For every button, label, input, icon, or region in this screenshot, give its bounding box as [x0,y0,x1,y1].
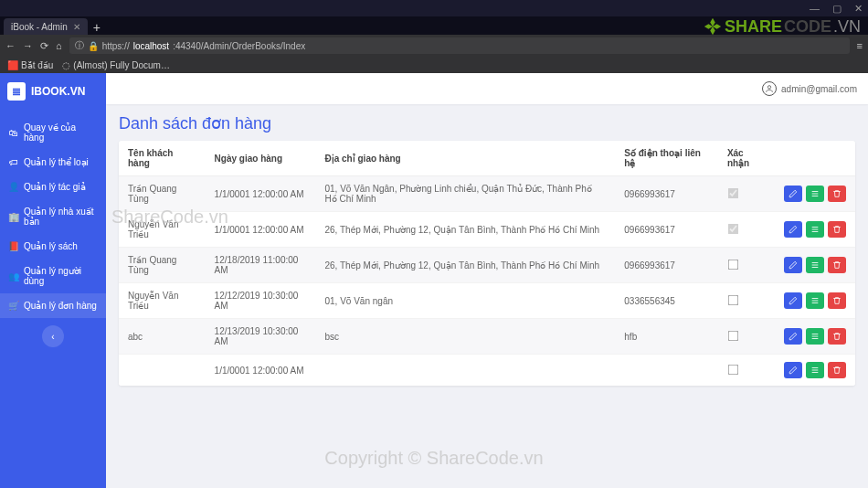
bookmark-item[interactable]: 🟥 Bắt đầu [7,60,53,70]
cell-address: 01, Võ Văn Ngân, Phường Linh chiểu, Quận… [316,176,616,212]
sidebar-nav: 🛍 Quay về của hàng 🏷 Quản lý thể loại 👤 … [0,115,106,318]
bookmark-item[interactable]: ◌ (Almost) Fully Docum… [62,60,170,70]
brand-logo-icon: ≣ [7,82,26,101]
edit-button[interactable] [784,186,802,202]
sidebar-collapse-button[interactable]: ‹ [42,325,64,347]
confirm-checkbox [728,223,739,234]
cell-phone: 0966993617 [615,248,718,283]
cell-customer: Trần Quang Tùng [119,248,206,283]
cell-phone: 0336556345 [615,283,718,319]
edit-button[interactable] [784,362,802,378]
sidebar-item-categories[interactable]: 🏷 Quản lý thể loại [0,150,106,175]
new-tab-button[interactable]: + [88,20,106,35]
sidebar-item-back-to-shop[interactable]: 🛍 Quay về của hàng [0,115,106,150]
confirm-checkbox[interactable] [728,259,739,270]
edit-button[interactable] [784,328,802,345]
cell-address: 26, Thép Mới, Phường 12, Quận Tân Bình, … [316,212,616,248]
bookmark-icon: ◌ [62,60,70,70]
avatar [762,81,777,96]
window-close-icon[interactable]: ✕ [854,3,863,15]
cell-date: 12/12/2019 10:30:00 AM [206,283,316,319]
browser-tabbar: iBook - Admin ✕ + [0,16,868,35]
url-path: :44340/Admin/OrderBooks/Index [173,41,305,51]
col-date: Ngày giao hàng [206,141,316,176]
delete-button[interactable] [828,186,846,202]
cell-phone: 0966993617 [615,212,718,248]
cell-address: bsc [316,319,616,355]
delete-button[interactable] [828,328,846,345]
delete-button[interactable] [828,257,846,273]
book-icon: 📕 [9,242,18,251]
tab-close-icon[interactable]: ✕ [73,22,80,32]
sidebar-item-publishers[interactable]: 🏢 Quản lý nhà xuất bản [0,199,106,234]
delete-button[interactable] [828,292,846,309]
detail-button[interactable] [806,292,824,309]
sidebar-item-books[interactable]: 📕 Quản lý sách [0,234,106,259]
cell-confirm [718,248,775,283]
cell-address [316,355,616,387]
sidebar-item-authors[interactable]: 👤 Quản lý tác giả [0,175,106,199]
url-host: localhost [133,41,169,51]
detail-button[interactable] [806,328,824,345]
delete-button[interactable] [828,221,846,238]
cell-confirm [718,176,775,212]
chevron-left-icon: ‹ [51,332,54,342]
cell-confirm [718,319,775,355]
topbar: admin@gmail.com [106,73,868,104]
sidebar-item-label: Quản lý đơn hàng [24,301,97,311]
reload-icon[interactable]: ⟳ [40,40,48,52]
confirm-checkbox[interactable] [728,294,739,305]
table-row: Nguyễn Văn Triều 12/12/2019 10:30:00 AM … [119,283,855,319]
window-titlebar: ― ▢ ✕ [0,0,868,16]
sidebar-item-label: Quay về của hàng [24,122,97,143]
cell-address: 01, Võ Văn ngân [316,283,616,319]
users-icon: 👥 [9,271,18,281]
orders-table: Tên khách hàng Ngày giao hàng Địa chỉ gi… [119,141,855,386]
cell-date: 12/13/2019 10:30:00 AM [206,319,316,355]
brand-logo[interactable]: ≣ IBOOK.VN [0,73,106,110]
forward-icon[interactable]: → [23,40,33,51]
bookmarks-bar: 🟥 Bắt đầu ◌ (Almost) Fully Docum… [0,57,868,73]
sidebar-item-label: Quản lý sách [24,241,78,251]
detail-button[interactable] [806,257,824,273]
detail-button[interactable] [806,362,824,378]
detail-button[interactable] [806,186,824,202]
cell-confirm [718,212,775,248]
detail-button[interactable] [806,221,824,238]
home-icon[interactable]: ⌂ [56,40,62,51]
cell-date: 1/1/0001 12:00:00 AM [206,176,316,212]
delete-button[interactable] [828,362,846,378]
table-row: Trần Quang Tùng 12/18/2019 11:00:00 AM 2… [119,248,855,283]
confirm-checkbox[interactable] [728,330,739,341]
table-row: Trần Quang Tùng 1/1/0001 12:00:00 AM 01,… [119,176,855,212]
cell-date: 1/1/0001 12:00:00 AM [206,212,316,248]
user-icon: 👤 [9,183,18,192]
sidebar-item-users[interactable]: 👥 Quản lý người dùng [0,259,106,293]
back-icon[interactable]: ← [5,40,16,51]
url-scheme: https:// [102,41,130,51]
window-maximize-icon[interactable]: ▢ [832,3,842,15]
cell-date: 1/1/0001 12:00:00 AM [206,355,316,387]
confirm-checkbox[interactable] [728,364,739,375]
table-row: 1/1/0001 12:00:00 AM [119,355,855,387]
cell-customer: Trần Quang Tùng [119,176,206,212]
sidebar-item-label: Quản lý người dùng [24,266,97,286]
menu-icon[interactable]: ≡ [857,40,863,51]
sidebar-item-label: Quản lý thể loại [24,157,89,167]
user-menu[interactable]: admin@gmail.com [762,81,857,96]
browser-tab[interactable]: iBook - Admin ✕ [4,18,88,35]
user-email: admin@gmail.com [781,84,857,94]
building-icon: 🏢 [9,212,18,221]
sidebar-item-orders[interactable]: 🛒 Quản lý đơn hàng [0,293,106,318]
edit-button[interactable] [784,292,802,309]
address-bar[interactable]: ⓘ 🔒 https://localhost:44340/Admin/OrderB… [69,37,850,54]
cell-customer: Nguyễn Văn Triều [119,283,206,319]
confirm-checkbox [728,187,739,198]
window-minimize-icon[interactable]: ― [810,3,820,15]
cell-confirm [718,283,775,319]
edit-button[interactable] [784,257,802,273]
sidebar-item-label: Quản lý tác giả [24,182,86,192]
col-phone: Số điện thoại liên hệ [615,141,718,176]
edit-button[interactable] [784,221,802,238]
cell-phone: hfb [615,319,718,355]
